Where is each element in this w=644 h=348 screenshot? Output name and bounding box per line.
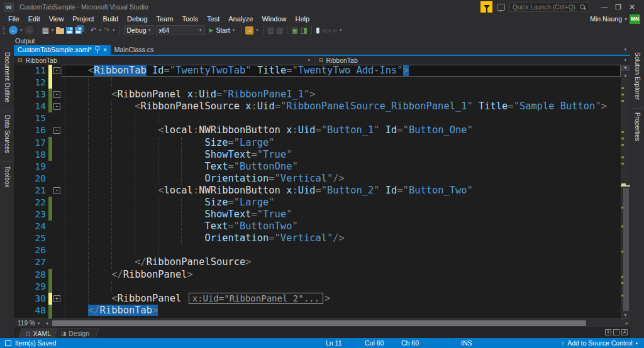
pin-icon[interactable] (95, 46, 99, 53)
document-tab[interactable]: CustomTabSample.xaml*× (14, 45, 111, 55)
tool-tab-data-sources[interactable]: Data Sources (2, 111, 13, 157)
collapse-icon[interactable]: - (53, 91, 60, 98)
code-line[interactable]: 13-<RibbonPanel x:Uid="RibbonPane1_1"> (14, 89, 621, 101)
collapse-icon[interactable]: - (53, 67, 60, 74)
chevron-down-icon[interactable]: ▾ (624, 58, 626, 63)
next-bookmark[interactable]: ▹ (328, 26, 331, 35)
add-to-source-control-button[interactable]: ↑ Add to Source Control ▴ (561, 339, 644, 347)
save[interactable] (66, 27, 73, 34)
toolbar-overflow-2[interactable]: ▾ (339, 28, 343, 33)
menu-team[interactable]: Team (152, 15, 178, 23)
scroll-down-icon[interactable]: ▼ (621, 312, 630, 318)
menu-build[interactable]: Build (99, 15, 123, 23)
open-file[interactable] (56, 28, 64, 34)
code-line[interactable]: 15 (14, 112, 621, 124)
scroll-left-icon[interactable]: ◂ (43, 320, 50, 326)
menu-edit[interactable]: Edit (24, 15, 45, 23)
code-line[interactable]: 18ShowText="True" (14, 149, 621, 161)
code-line[interactable]: 48</RibbonTab> (14, 305, 621, 317)
menu-help[interactable]: Help (291, 15, 314, 23)
feedback-icon[interactable] (497, 4, 505, 11)
toolbar-overflow-1[interactable]: ▾ (255, 28, 259, 33)
breadcrumb[interactable]: ⊡ RibbonTab ▾ (14, 56, 314, 65)
collapse-icon[interactable]: - (53, 103, 60, 110)
code-line[interactable]: 14-<RibbonPanelSource x:Uid="RibbonPanel… (14, 101, 621, 112)
live-visual-tree[interactable]: ▣ (291, 26, 298, 35)
code-line[interactable]: 16-<local:NWRibbonButton x:Uid="Button_1… (14, 124, 621, 136)
vertical-scrollbar[interactable]: + ▲ ▼ (621, 65, 630, 318)
code-line[interactable]: 17Size="Large" (14, 137, 621, 149)
navigate-backward[interactable]: ← (9, 26, 18, 35)
tool-tab-toolbox[interactable]: Toolbox (2, 161, 13, 191)
fold-margin[interactable]: - (52, 101, 62, 112)
fold-margin[interactable]: - (52, 124, 62, 136)
navigate-back-history[interactable]: ▨ (267, 26, 274, 35)
code-line[interactable]: 21-<local:NWRibbonButton x:Uid="Button_2… (14, 185, 621, 197)
code-line[interactable]: 19Text="ButtonOne" (14, 161, 621, 173)
code-line[interactable]: 26 (14, 244, 621, 256)
menu-analyze[interactable]: Analyze (224, 15, 257, 23)
code-line[interactable]: 25Orientation="Vertical"/> (14, 232, 621, 244)
collapse-icon[interactable]: - (53, 127, 60, 134)
clear-bookmarks[interactable]: ▹ (333, 26, 337, 35)
menu-view[interactable]: View (45, 15, 69, 23)
solution-configurations[interactable]: Debug▾ (124, 25, 154, 35)
code-line[interactable]: 11-<RibbonTab Id="TwentyTwoTab" Title="T… (14, 65, 621, 77)
code-line[interactable]: 24Text="ButtonTwo" (14, 220, 621, 232)
tool-tab-properties[interactable]: Properties (632, 108, 643, 145)
code-line[interactable]: 22Size="Large" (14, 197, 621, 209)
notifications-button[interactable] (480, 1, 492, 13)
scroll-up-icon[interactable]: ▲ (621, 72, 630, 79)
tool-tab-document-outline[interactable]: Document Outline (2, 48, 13, 106)
tab-list-dropdown-icon[interactable]: ▾ (620, 45, 630, 55)
toolbar-grip[interactable] (3, 26, 5, 35)
scrollbar-thumb[interactable] (52, 320, 586, 326)
attach-to-process[interactable]: → (245, 26, 253, 35)
scrollbar-thumb[interactable] (623, 188, 629, 311)
code-line[interactable]: 23ShowText="True" (14, 209, 621, 220)
chevron-down-icon[interactable]: ▾ (308, 58, 310, 63)
tool-tab-solution-explorer[interactable]: Solution Explorer (632, 48, 643, 104)
minimize-button[interactable]: — (597, 1, 611, 13)
scroll-right-icon[interactable]: ▸ (624, 320, 630, 326)
code-editor[interactable]: 11-<RibbonTab Id="TwentyTwoTab" Title="T… (14, 65, 630, 318)
collapse-icon[interactable]: - (53, 187, 60, 194)
fold-margin[interactable]: - (52, 89, 62, 101)
fold-margin[interactable]: - (52, 185, 62, 197)
start-debugging[interactable]: ▶Start▾ (207, 26, 238, 34)
prev-bookmark[interactable]: ◃ (322, 26, 326, 35)
document-tab[interactable]: MainClass.cs (111, 45, 157, 55)
restore-button[interactable]: ❐ (611, 1, 625, 13)
menu-test[interactable]: Test (203, 15, 224, 23)
redo[interactable]: ↷ (104, 26, 110, 35)
new-project-dropdown[interactable]: ▾ (51, 28, 55, 33)
new-project[interactable]: ▦ (42, 26, 49, 35)
close-icon[interactable]: × (103, 46, 107, 53)
code-line[interactable]: 30+<RibbonPanel x:Uid="RibbonPanel_2"...… (14, 293, 621, 305)
breadcrumb[interactable]: ⊡ RibbonTab ▾ (314, 56, 630, 65)
save-all[interactable] (75, 27, 82, 34)
redo-dropdown[interactable]: ▾ (112, 28, 116, 33)
menu-debug[interactable]: Debug (123, 15, 152, 23)
code-line[interactable]: 28</RibbonPanel> (14, 269, 621, 281)
output-panel-header[interactable]: Output (0, 36, 644, 45)
vertical-split-icon[interactable]: ‖ (605, 329, 611, 335)
scrollbar-track[interactable] (621, 79, 630, 312)
solution-platforms[interactable]: x64▾ (156, 25, 205, 35)
fold-margin[interactable]: + (52, 293, 62, 305)
undo-dropdown[interactable]: ▾ (98, 28, 102, 33)
horizontal-split-icon[interactable]: − (613, 329, 619, 335)
navigate-forward[interactable]: → (25, 26, 34, 35)
code-line[interactable]: 20Orientation="Vertical"/> (14, 173, 621, 185)
account-menu[interactable]: Min Naung ▾ MN (590, 14, 644, 24)
fold-margin[interactable]: - (52, 65, 62, 77)
expand-icon[interactable]: + (53, 295, 60, 302)
horizontal-scrollbar[interactable] (50, 319, 624, 327)
toggle-bookmark[interactable]: ▮ (316, 26, 320, 35)
code-line[interactable]: 27</RibbonPanelSource> (14, 256, 621, 268)
zoom-control[interactable]: 119 % ▾ (14, 319, 43, 327)
menu-window[interactable]: Window (257, 15, 291, 23)
live-property-explorer[interactable]: ◨ (301, 26, 308, 35)
menu-tools[interactable]: Tools (177, 15, 203, 23)
menu-project[interactable]: Project (68, 15, 98, 23)
